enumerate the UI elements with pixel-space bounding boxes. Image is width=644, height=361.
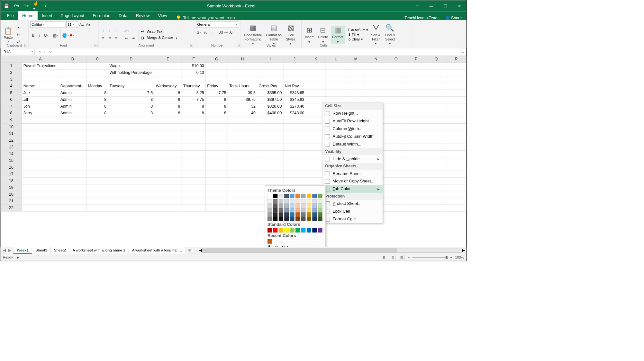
cell-O17[interactable]	[386, 171, 406, 178]
cell-A18[interactable]	[22, 178, 59, 184]
cell-K4[interactable]	[306, 83, 326, 90]
cell-O7[interactable]	[386, 103, 406, 110]
cell-E21[interactable]	[154, 198, 182, 205]
cell-G8[interactable]: 8	[205, 110, 228, 117]
cell-J2[interactable]	[283, 69, 306, 76]
cell-G17[interactable]	[205, 171, 228, 178]
color-swatch[interactable]	[312, 199, 317, 204]
cell-P15[interactable]	[406, 157, 426, 164]
cell-A6[interactable]: Jill	[22, 96, 59, 103]
row-header-7[interactable]: 7	[1, 103, 22, 110]
cell-J6[interactable]: $345.83	[283, 96, 306, 103]
cell-C7[interactable]: 8	[86, 103, 108, 110]
cell-H1[interactable]	[228, 63, 257, 69]
cell-B15[interactable]	[59, 157, 86, 164]
cell-B7[interactable]: Admin	[59, 103, 86, 110]
close-button[interactable]: ✕	[452, 0, 467, 11]
clear-button[interactable]: ◇ Clear ▾	[348, 37, 368, 41]
cell-I2[interactable]	[257, 69, 283, 76]
cell-H2[interactable]	[228, 69, 257, 76]
cell-A20[interactable]	[22, 191, 59, 198]
cell-F1[interactable]: $10.00	[182, 63, 205, 69]
cell-Q7[interactable]	[426, 103, 446, 110]
cell-Q5[interactable]	[426, 90, 446, 96]
cell-D5[interactable]: 7.5	[108, 90, 154, 96]
cell-E6[interactable]: 8	[154, 96, 182, 103]
cell-A2[interactable]	[22, 69, 59, 76]
cell-G6[interactable]: 8	[205, 96, 228, 103]
color-swatch[interactable]	[312, 204, 317, 208]
col-header-L[interactable]: L	[326, 56, 346, 63]
cell-O16[interactable]	[386, 164, 406, 171]
cell-Q11[interactable]	[426, 130, 446, 137]
worksheet-grid[interactable]: ABCDEFGHIJKLMNOPQR1Payroll Projections:W…	[0, 56, 466, 247]
cell-D20[interactable]	[108, 191, 154, 198]
cell-B1[interactable]	[59, 63, 86, 69]
color-swatch[interactable]	[268, 239, 272, 244]
cell-R13[interactable]	[446, 144, 466, 151]
fx-button[interactable]: fx	[49, 50, 51, 54]
row-header-12[interactable]: 12	[1, 137, 22, 144]
color-swatch[interactable]	[301, 228, 306, 233]
cell-O15[interactable]	[386, 157, 406, 164]
cell-C4[interactable]: Monday	[86, 83, 108, 90]
merge-center-button[interactable]: ⊟ Merge & Center ▾	[141, 36, 177, 40]
col-header-R[interactable]: R	[446, 56, 466, 63]
row-header-4[interactable]: 4	[1, 83, 22, 90]
fill-color-button[interactable]: 🪣	[63, 33, 68, 38]
name-box[interactable]: B18▾	[2, 49, 35, 55]
cell-P6[interactable]	[406, 96, 426, 103]
cell-C8[interactable]: 8	[86, 110, 108, 117]
cell-E4[interactable]: Wednesday	[154, 83, 182, 90]
cell-O9[interactable]	[386, 117, 406, 123]
cell-F6[interactable]: 7.75	[182, 96, 205, 103]
row-header-10[interactable]: 10	[1, 123, 22, 130]
align-middle-button[interactable]: ⫶	[107, 28, 113, 33]
cell-E20[interactable]	[154, 191, 182, 198]
cell-A3[interactable]	[22, 76, 59, 83]
zoom-out-button[interactable]: −	[408, 255, 410, 259]
cell-D2[interactable]: Withholding Percentage:	[108, 69, 154, 76]
cell-I8[interactable]: $400.00	[257, 110, 283, 117]
cell-I10[interactable]	[257, 123, 283, 130]
color-swatch[interactable]	[273, 228, 277, 233]
cell-E11[interactable]	[154, 130, 182, 137]
row-header-3[interactable]: 3	[1, 76, 22, 83]
cell-H16[interactable]	[228, 164, 257, 171]
color-swatch[interactable]	[307, 217, 311, 221]
color-swatch[interactable]	[268, 204, 272, 208]
cell-E5[interactable]: 8	[154, 90, 182, 96]
color-swatch[interactable]	[307, 208, 311, 213]
cell-C13[interactable]	[86, 144, 108, 151]
color-swatch[interactable]	[268, 212, 272, 217]
cell-I4[interactable]: Gross Pay	[257, 83, 283, 90]
color-swatch[interactable]	[273, 217, 277, 221]
cell-M3[interactable]	[346, 76, 366, 83]
cell-G14[interactable]	[205, 151, 228, 157]
cell-P8[interactable]	[406, 110, 426, 117]
cell-R6[interactable]	[446, 96, 466, 103]
row-header-15[interactable]: 15	[1, 157, 22, 164]
minimize-button[interactable]: —	[424, 0, 439, 11]
cell-A10[interactable]	[22, 123, 59, 130]
cell-H8[interactable]: 40	[228, 110, 257, 117]
cell-C1[interactable]	[86, 63, 108, 69]
cell-G10[interactable]	[205, 123, 228, 130]
col-header-N[interactable]: N	[366, 56, 386, 63]
color-swatch[interactable]	[273, 204, 277, 208]
cell-F18[interactable]	[182, 178, 205, 184]
cell-R22[interactable]	[446, 205, 466, 211]
cell-E10[interactable]	[154, 123, 182, 130]
cell-P1[interactable]	[406, 63, 426, 69]
color-swatch[interactable]	[273, 212, 277, 217]
color-swatch[interactable]	[312, 194, 317, 198]
cell-G5[interactable]: 7.75	[205, 90, 228, 96]
cell-P13[interactable]	[406, 144, 426, 151]
sheet-tab[interactable]: A worksheet with a long nar ...	[129, 247, 186, 254]
cell-J1[interactable]	[283, 63, 306, 69]
cell-L1[interactable]	[326, 63, 346, 69]
cell-A19[interactable]	[22, 184, 59, 191]
col-header-P[interactable]: P	[406, 56, 426, 63]
cell-I5[interactable]: $395.00	[257, 90, 283, 96]
wrap-text-button[interactable]: ↩ Wrap Text	[141, 29, 177, 34]
